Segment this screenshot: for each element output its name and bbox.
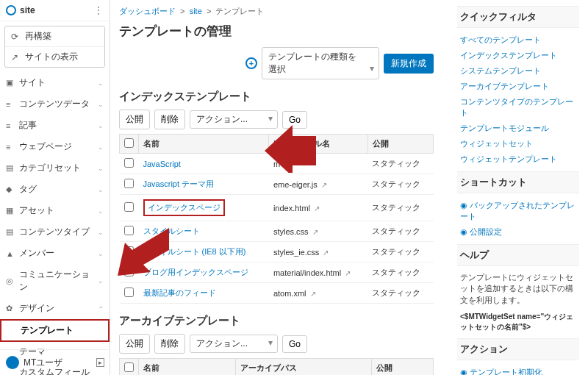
nav-label: アセット <box>19 204 98 217</box>
crumb-site[interactable]: site <box>190 7 202 15</box>
qf-link-1[interactable]: インデックステンプレート <box>457 48 579 63</box>
sidebar-nav: ▣サイト⌄≡コンテンツデータ⌄≡記事⌄≡ウェブページ⌄▤カテゴリセット⌄◆タグ⌄… <box>0 72 110 375</box>
go-button-2[interactable]: Go <box>282 335 307 353</box>
nav-icon: ▲ <box>6 249 19 258</box>
sidebar-item-5[interactable]: ◆タグ⌄ <box>0 179 110 200</box>
template-link[interactable]: 最新記事のフィード <box>143 288 216 297</box>
crumb-current: テンプレート <box>215 7 264 15</box>
bullet-icon: ◉ <box>460 201 467 210</box>
crumb-dashboard[interactable]: ダッシュボード <box>119 7 176 15</box>
qf-link-0[interactable]: すべてのテンプレート <box>457 32 579 48</box>
sc-link-1[interactable]: ◉公開設定 <box>457 224 579 240</box>
template-link[interactable]: JavaScript <box>143 160 181 168</box>
external-icon[interactable]: ↗ <box>321 181 327 189</box>
sidebar-item-2[interactable]: ≡記事⌄ <box>0 115 110 136</box>
external-icon[interactable]: ↗ <box>323 249 329 257</box>
sc-link-0[interactable]: ◉バックアップされたテンプレート <box>457 198 579 224</box>
sidebar-item-6[interactable]: ▦アセット⌄ <box>0 200 110 221</box>
help-code: <$MTWidgetSet name="ウィジェットセットの名前"$> <box>457 310 579 334</box>
nav-label: デザイン <box>19 302 98 315</box>
qf-link-6[interactable]: ウィジェットセット <box>457 136 579 151</box>
chevron-down-icon: ⌄ <box>98 165 104 172</box>
sidebar-item-0[interactable]: ▣サイト⌄ <box>0 72 110 93</box>
row-check[interactable] <box>124 179 134 188</box>
annotation-arrow-1 <box>265 125 316 173</box>
view-site-label: サイトの表示 <box>25 51 78 63</box>
external-icon[interactable]: ↗ <box>312 228 318 236</box>
cell-pub: スタティック <box>368 221 433 242</box>
cell-name: 最新記事のフィード <box>139 283 269 304</box>
view-site-action[interactable]: ↗ サイトの表示 <box>5 47 104 67</box>
sidebar: site ⋮ ⟳ 再構築 ↗ サイトの表示 ▣サイト⌄≡コンテンツデータ⌄≡記事… <box>0 0 110 375</box>
nav-label: コンテンツデータ <box>19 98 98 110</box>
qf-link-5[interactable]: テンプレートモジュール <box>457 121 579 136</box>
chevron-down-icon: ⌄ <box>98 143 104 151</box>
svg-marker-0 <box>265 125 316 173</box>
help-box: ヘルプ テンプレートにウィジェットセットを追加するときは以下の構文を利用します。… <box>457 244 579 334</box>
col-name-1: 名前 <box>139 135 269 154</box>
sidebar-actions: ⟳ 再構築 ↗ サイトの表示 <box>4 26 105 68</box>
template-link[interactable]: インデックスページ <box>148 203 220 212</box>
qf-link-7[interactable]: ウィジェットテンプレート <box>457 151 579 167</box>
action-select-2[interactable]: アクション... <box>190 335 278 353</box>
sidebar-item-7[interactable]: ▤コンテンツタイプ⌄ <box>0 221 110 243</box>
cell-pub: スタティック <box>368 262 433 283</box>
user-name: MTユーザ <box>24 357 96 369</box>
external-icon[interactable]: ↗ <box>345 269 351 277</box>
rebuild-action[interactable]: ⟳ 再構築 <box>5 26 104 47</box>
nav-label: カテゴリセット <box>19 162 98 174</box>
check-all-2[interactable] <box>124 362 134 372</box>
row-check[interactable] <box>124 288 134 297</box>
qf-link-2[interactable]: システムテンプレート <box>457 63 579 79</box>
main-content: ダッシュボード > site > テンプレート テンプレートの管理 + テンプレ… <box>110 0 442 375</box>
qf-link-4[interactable]: コンテンツタイプのテンプレート <box>457 94 579 121</box>
kebab-menu-icon[interactable]: ⋮ <box>93 4 104 16</box>
chevron-down-icon: ⌄ <box>98 305 104 312</box>
help-title: ヘルプ <box>457 244 579 266</box>
breadcrumb: ダッシュボード > site > テンプレート <box>119 6 434 17</box>
external-icon[interactable]: ↗ <box>314 204 320 213</box>
row-check[interactable] <box>124 158 134 168</box>
check-all-1[interactable] <box>124 138 134 148</box>
template-type-select[interactable]: テンプレートの種類を選択 <box>262 47 379 79</box>
sidebar-sub-10-0[interactable]: テンプレート <box>0 319 110 342</box>
sidebar-item-9[interactable]: ◎コミュニケーション⌄ <box>0 264 110 298</box>
nav-label: コンテンツタイプ <box>19 226 98 238</box>
action-title: アクション <box>457 338 579 360</box>
shortcut-box: ショートカット ◉バックアップされたテンプレート◉公開設定 <box>457 171 579 240</box>
create-button[interactable]: 新規作成 <box>384 54 434 74</box>
delete-button-1[interactable]: 削除 <box>154 110 185 129</box>
qf-link-3[interactable]: アーカイブテンプレート <box>457 79 579 94</box>
cell-pub: スタティック <box>368 283 433 304</box>
ac-link-0[interactable]: ◉テンプレート初期化 <box>457 365 579 375</box>
play-icon[interactable]: ▸ <box>96 358 104 367</box>
right-sidebar: クイックフィルタ すべてのテンプレートインデックステンプレートシステムテンプレー… <box>450 0 587 375</box>
section-archive-templates: アーカイブテンプレート <box>119 314 434 328</box>
table-row: 最新記事のフィードatom.xml ↗スタティック <box>120 283 434 304</box>
cell-file: index.html ↗ <box>269 195 368 221</box>
publish-button-2[interactable]: 公開 <box>119 334 150 354</box>
col-path-2: アーカイブパス <box>235 359 371 376</box>
cell-name: Javascript テーマ用 <box>139 174 269 195</box>
col-check-2 <box>120 359 139 376</box>
col-pub-2: 公開 <box>371 359 433 376</box>
chevron-down-icon: ⌄ <box>98 101 104 108</box>
nav-icon: ◎ <box>6 276 19 286</box>
sidebar-item-1[interactable]: ≡コンテンツデータ⌄ <box>0 93 110 115</box>
nav-icon: ✿ <box>6 304 19 313</box>
sidebar-item-10[interactable]: ✿デザイン⌄ <box>0 298 110 319</box>
sidebar-item-3[interactable]: ≡ウェブページ⌄ <box>0 136 110 157</box>
external-icon[interactable]: ↗ <box>310 290 316 298</box>
nav-label: コミュニケーション <box>19 268 98 293</box>
row-check[interactable] <box>124 202 134 212</box>
template-link[interactable]: Javascript テーマ用 <box>143 179 215 188</box>
delete-button-2[interactable]: 削除 <box>154 334 185 354</box>
sidebar-item-8[interactable]: ▲メンバー⌄ <box>0 243 110 264</box>
nav-label: タグ <box>19 183 98 196</box>
sidebar-item-4[interactable]: ▤カテゴリセット⌄ <box>0 157 110 179</box>
nav-icon: ▤ <box>6 227 19 237</box>
publish-button-1[interactable]: 公開 <box>119 110 150 129</box>
action-row-2: 公開 削除 アクション... Go <box>119 334 434 354</box>
chevron-down-icon: ⌄ <box>98 250 104 257</box>
nav-icon: ▦ <box>6 206 19 215</box>
